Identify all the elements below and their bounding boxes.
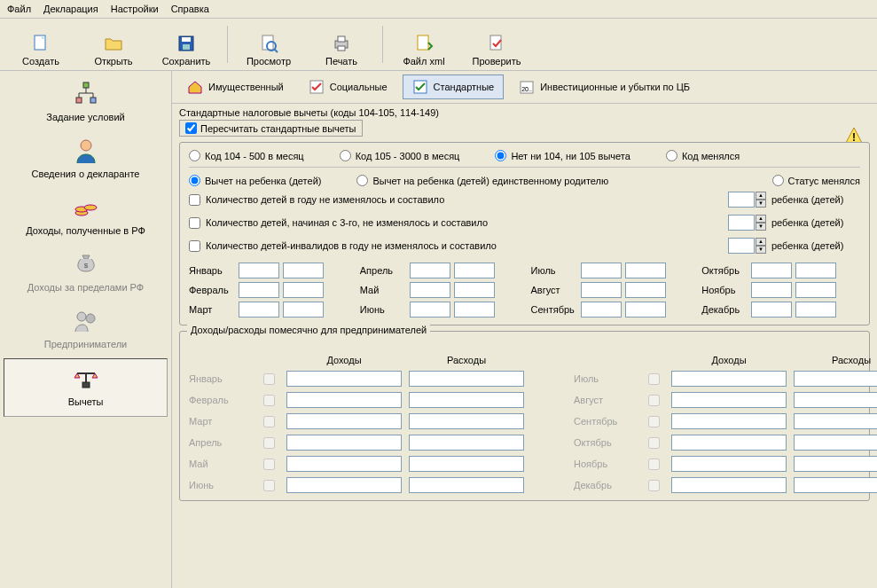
month-input[interactable] [239, 302, 279, 318]
sidebar-income-rf[interactable]: Доходы, полученные в РФ [0, 188, 171, 245]
chk-children-count[interactable] [189, 194, 200, 206]
expense-input[interactable] [409, 392, 524, 408]
save-button[interactable]: Сохранить [151, 22, 222, 67]
income-input[interactable] [286, 371, 402, 387]
month-input[interactable] [239, 263, 279, 278]
month-checkbox[interactable] [263, 416, 275, 427]
expense-input[interactable] [794, 435, 877, 451]
radio-code-104[interactable]: Код 104 - 500 в месяц [189, 150, 304, 161]
children-3rd-spinner[interactable]: ▲▼ [728, 215, 766, 231]
income-input[interactable] [671, 435, 787, 451]
month-checkbox[interactable] [263, 395, 275, 406]
menu-file[interactable]: Файл [7, 4, 31, 14]
expense-input[interactable] [794, 392, 877, 408]
month-input[interactable] [751, 282, 792, 298]
month-input[interactable] [410, 263, 450, 278]
income-input[interactable] [286, 456, 402, 472]
radio-code-changed[interactable]: Код менялся [666, 150, 740, 161]
chk-children-disabled[interactable] [189, 240, 200, 252]
spin-down[interactable]: ▼ [756, 200, 766, 208]
month-checkbox[interactable] [648, 416, 660, 427]
tab-invest[interactable]: 20.. Инвестиционные и убытки по ЦБ [509, 74, 700, 99]
spinner-input[interactable] [728, 238, 755, 254]
month-input[interactable] [795, 263, 836, 278]
income-input[interactable] [671, 392, 787, 408]
sidebar-income-foreign[interactable]: $ Доходы за пределами РФ [0, 245, 171, 302]
spin-up[interactable]: ▲ [756, 215, 766, 223]
month-input[interactable] [410, 302, 450, 318]
xml-button[interactable]: Файл xml [388, 22, 459, 67]
month-checkbox[interactable] [648, 373, 660, 385]
month-input[interactable] [625, 282, 666, 298]
spin-up[interactable]: ▲ [756, 192, 766, 200]
month-checkbox[interactable] [263, 373, 275, 385]
month-checkbox[interactable] [263, 480, 275, 491]
expense-input[interactable] [409, 477, 524, 493]
children-disabled-spinner[interactable]: ▲▼ [728, 238, 766, 254]
radio-code-105[interactable]: Код 105 - 3000 в месяц [340, 150, 460, 161]
month-input[interactable] [454, 263, 495, 278]
income-input[interactable] [286, 392, 402, 408]
income-input[interactable] [671, 413, 787, 429]
income-input[interactable] [286, 477, 402, 493]
month-input[interactable] [454, 282, 495, 298]
check-button[interactable]: Проверить [461, 22, 532, 67]
expense-input[interactable] [409, 456, 524, 472]
tab-property[interactable]: Имущественный [177, 74, 294, 99]
menu-settings[interactable]: Настройки [111, 4, 159, 14]
expense-input[interactable] [794, 456, 877, 472]
month-input[interactable] [410, 282, 450, 298]
income-input[interactable] [671, 371, 787, 387]
spin-up[interactable]: ▲ [756, 238, 766, 246]
chk-children-from-3rd[interactable] [189, 217, 200, 229]
income-input[interactable] [286, 413, 402, 429]
month-checkbox[interactable] [648, 395, 660, 406]
month-input[interactable] [283, 282, 324, 298]
month-input[interactable] [625, 263, 666, 278]
expense-input[interactable] [794, 477, 877, 493]
month-input[interactable] [283, 302, 324, 318]
children-count-spinner[interactable]: ▲▼ [728, 192, 766, 208]
expense-input[interactable] [409, 435, 524, 451]
spin-down[interactable]: ▼ [756, 223, 766, 231]
month-checkbox[interactable] [648, 437, 660, 449]
month-input[interactable] [581, 282, 622, 298]
menu-declaration[interactable]: Декларация [43, 4, 98, 14]
spinner-input[interactable] [728, 215, 755, 231]
radio-none[interactable]: Нет ни 104, ни 105 вычета [495, 150, 630, 161]
preview-button[interactable]: Просмотр [233, 22, 304, 67]
spin-down[interactable]: ▼ [756, 246, 766, 254]
month-input[interactable] [795, 302, 836, 318]
month-input[interactable] [283, 263, 324, 278]
radio-child-deduction[interactable]: Вычет на ребенка (детей) [189, 175, 321, 186]
month-input[interactable] [581, 263, 622, 278]
expense-input[interactable] [409, 413, 524, 429]
month-checkbox[interactable] [263, 437, 275, 449]
month-input[interactable] [795, 282, 836, 298]
expense-input[interactable] [409, 371, 524, 387]
radio-single-parent[interactable]: Вычет на ребенка (детей) единственному р… [356, 175, 608, 186]
month-checkbox[interactable] [648, 480, 660, 491]
spinner-input[interactable] [728, 192, 755, 208]
income-input[interactable] [671, 477, 787, 493]
tab-standard[interactable]: Стандартные [403, 74, 505, 99]
month-input[interactable] [239, 282, 279, 298]
sidebar-deductions[interactable]: Вычеты [4, 358, 168, 417]
income-input[interactable] [286, 435, 402, 451]
sidebar-declarant[interactable]: Сведения о декларанте [0, 131, 171, 188]
print-button[interactable]: Печать [306, 22, 377, 67]
month-checkbox[interactable] [263, 459, 275, 470]
expense-input[interactable] [794, 371, 877, 387]
sidebar-entrepreneur[interactable]: Предприниматели [0, 302, 171, 358]
month-checkbox[interactable] [648, 459, 660, 470]
recalc-checkbox[interactable] [185, 122, 197, 134]
income-input[interactable] [671, 456, 787, 472]
expense-input[interactable] [794, 413, 877, 429]
tab-social[interactable]: Социальные [299, 74, 397, 99]
month-input[interactable] [625, 302, 666, 318]
month-input[interactable] [581, 302, 622, 318]
month-input[interactable] [454, 302, 495, 318]
menu-help[interactable]: Справка [171, 4, 209, 14]
create-button[interactable]: Создать [5, 22, 76, 67]
open-button[interactable]: Открыть [78, 22, 149, 67]
